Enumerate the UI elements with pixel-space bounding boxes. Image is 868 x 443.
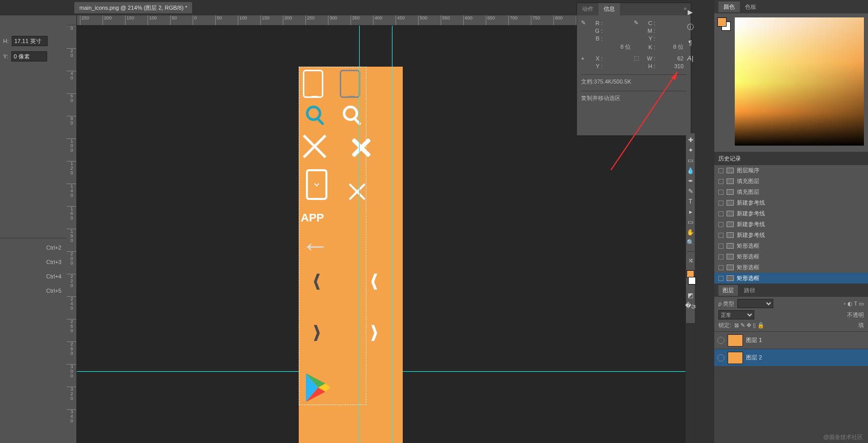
paragraph-icon[interactable]: ¶ (686, 38, 694, 47)
layer-thumbnail[interactable] (728, 352, 743, 364)
layer-row[interactable]: 图层 2 (714, 349, 868, 366)
guide-vertical[interactable] (392, 26, 392, 443)
healing-brush-icon[interactable]: ✚ (687, 136, 694, 144)
quickmask-icon[interactable]: ◩ (687, 292, 694, 299)
blur-tool-icon[interactable]: 💧 (687, 167, 694, 174)
info-c-label: C : (643, 20, 657, 26)
history-item[interactable]: 矩形选框 (714, 240, 868, 251)
history-item[interactable]: 矩形选框 (714, 262, 868, 273)
history-item[interactable]: 图层顺序 (714, 165, 868, 176)
info-icon[interactable]: ⓘ (686, 23, 694, 31)
tab-actions[interactable]: 动作 (577, 3, 598, 15)
history-item[interactable]: 填充图层 (714, 176, 868, 187)
info-h-value: 310 (657, 63, 687, 69)
option-h-input[interactable] (12, 36, 48, 46)
info-y-label: Y : (643, 35, 657, 42)
info-y2-label: Y : (590, 63, 605, 69)
chevron-right-white-icon: › (370, 307, 378, 354)
history-item[interactable]: 新建参考线 (714, 197, 868, 208)
option-h-label: H: (3, 38, 9, 44)
history-item[interactable]: 新建参考线 (714, 219, 868, 230)
play-icon[interactable]: ▶ (686, 8, 694, 16)
history-item[interactable]: 新建参考线 (714, 230, 868, 240)
option-y-input[interactable] (11, 51, 47, 62)
chevron-right-dark-icon: › (313, 307, 321, 354)
document-tab[interactable]: main_icons.png @ 214% (图层 2, RGB/8) * (74, 2, 192, 13)
type-tool-icon[interactable]: T (687, 198, 694, 205)
info-bit1: 8 位 (605, 43, 634, 51)
layer-kind-label: ρ 类型 (718, 300, 734, 308)
info-w-value: 62 (657, 55, 687, 62)
history-item[interactable]: 矩形选框 (714, 251, 868, 262)
pen-tool-icon[interactable]: ✒ (687, 177, 694, 185)
close-thin-icon (348, 183, 366, 201)
history-item[interactable]: 填充图层 (714, 187, 868, 197)
layers-options: ρ 类型 ▫ ◐ T ▭ 正常 不透明 锁定: ⊠ ✎ ✥ ▯ 🔒 填 (714, 297, 868, 331)
eyedropper-icon: ✎ (581, 19, 590, 26)
info-m-label: M : (643, 28, 657, 34)
channels-list: Ctrl+2 Ctrl+3 Ctrl+4 Ctrl+5 (0, 236, 67, 298)
gradient-tool-icon[interactable]: ▭ (687, 157, 694, 164)
document-canvas[interactable]: APP ← ‹ ‹ › › (299, 67, 403, 443)
tab-layers[interactable]: 图层 (718, 285, 738, 296)
info-panel: 动作 信息 » ✎R : ✎C : G : M : B : Y : 8 位 K … (576, 3, 691, 136)
tab-info[interactable]: 信息 (598, 3, 620, 15)
visibility-icon[interactable] (717, 337, 725, 344)
layer-thumbnail[interactable] (728, 334, 743, 347)
phone-outline-icon (340, 70, 360, 98)
path-select-tool-icon[interactable]: ▸ (687, 208, 694, 215)
tab-swatches[interactable]: 色板 (740, 2, 761, 12)
download-app-icon (306, 169, 327, 200)
app-label-icon: APP (301, 211, 324, 225)
visibility-icon[interactable] (717, 354, 725, 361)
tab-color[interactable]: 颜色 (718, 2, 740, 12)
ruler-corner (67, 15, 77, 26)
guide-vertical[interactable] (359, 26, 360, 443)
close-icon (302, 133, 327, 159)
history-item[interactable]: 矩形选框 (714, 273, 868, 284)
option-y-label: Y: (3, 53, 8, 59)
collapsed-panel-icons: ▶ ⓘ ¶ A| (686, 8, 695, 62)
opacity-label: 不透明 (847, 311, 864, 319)
left-options-panel: H: Y: Ctrl+2 Ctrl+3 Ctrl+4 Ctrl+5 (0, 15, 67, 443)
blend-mode-select[interactable]: 正常 (718, 310, 754, 319)
color-picker-field[interactable] (735, 17, 864, 146)
chevron-left-dark-icon: ‹ (313, 255, 321, 303)
history-list: 图层顺序填充图层填充图层新建参考线新建参考线新建参考线新建参考线矩形选框矩形选框… (714, 165, 868, 284)
history-title: 历史记录 (718, 155, 741, 163)
watermark: @掘金技术社区 (823, 433, 863, 441)
ruler-vertical[interactable]: 0204060801001201401601802002202402602803… (67, 26, 77, 443)
color-foreground-swatch[interactable] (717, 17, 727, 27)
doc-size-label: 文档:375.4K/500.5K (581, 74, 687, 86)
layer-kind-select[interactable] (737, 299, 773, 308)
close-bold-icon (351, 137, 371, 158)
character-icon[interactable]: A| (686, 54, 694, 62)
brush-tool-icon[interactable]: ✦ (687, 147, 694, 154)
crosshair-icon: + (581, 55, 590, 62)
right-panel-column: 颜色 色板 历史记录 图层顺序填充图层填充图层新建参考线新建参考线新建参考线新建… (714, 0, 868, 443)
layers-panel-header: 图层 路径 (714, 284, 868, 297)
screenmode-icon[interactable]: �ئ (687, 302, 694, 309)
channel-shortcut[interactable]: Ctrl+2 (0, 240, 67, 255)
channel-shortcut[interactable]: Ctrl+5 (0, 284, 67, 298)
tools-toolbar: ✚ ✦ ▭ 💧 ✒ ✎ T ▸ ▭ ✋ 🔍 ⤭ ◩ �ئ (686, 133, 695, 323)
channel-shortcut[interactable]: Ctrl+3 (0, 255, 67, 269)
rectangle-tool-icon[interactable]: ▭ (687, 218, 694, 226)
lock-label: 锁定: (718, 321, 731, 329)
eyedropper-tool-icon[interactable]: ✎ (687, 188, 694, 195)
tab-paths[interactable]: 路径 (740, 285, 759, 296)
info-k-label: K : (643, 44, 657, 50)
fill-label: 填 (858, 321, 864, 329)
color-panel-header: 颜色 色板 (714, 0, 868, 13)
background-swatch[interactable] (688, 277, 696, 285)
swap-colors-icon[interactable]: ⤭ (687, 257, 694, 264)
info-bit2: 8 位 (657, 43, 687, 51)
layer-row[interactable]: 图层 1 (714, 331, 868, 349)
info-x-label: X : (590, 55, 605, 62)
hand-tool-icon[interactable]: ✋ (687, 229, 694, 236)
zoom-tool-icon[interactable]: 🔍 (687, 239, 694, 246)
channel-shortcut[interactable]: Ctrl+4 (0, 269, 67, 284)
info-b-label: B : (590, 35, 605, 42)
search-icon (306, 106, 321, 121)
history-item[interactable]: 新建参考线 (714, 208, 868, 219)
